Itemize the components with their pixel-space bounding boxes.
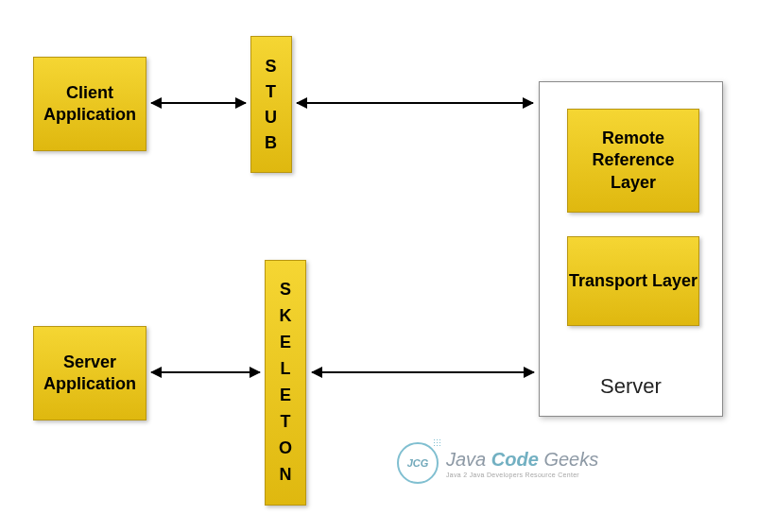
logo-badge-icon: JCG (397, 442, 439, 484)
logo-text: Java Code Geeks (446, 449, 598, 471)
arrow-skeleton-server (312, 371, 534, 373)
stub-label: STUB (265, 54, 278, 156)
stub-box: STUB (250, 36, 292, 173)
skeleton-box: SKELETON (265, 260, 306, 506)
remote-reference-layer-box: Remote Reference Layer (567, 109, 699, 213)
skeleton-label: SKELETON (279, 277, 292, 488)
logo-text-wrap: Java Code Geeks Java 2 Java Developers R… (446, 449, 598, 478)
server-application-label: Server Application (34, 352, 146, 396)
transport-layer-box: Transport Layer (567, 236, 699, 326)
watermark-logo: JCG Java Code Geeks Java 2 Java Develope… (397, 442, 598, 484)
transport-layer-label: Transport Layer (569, 270, 698, 292)
client-application-box: Client Application (33, 57, 146, 151)
arrow-stub-server (297, 102, 533, 104)
logo-word-code: Code (491, 449, 539, 470)
arrow-client-stub (151, 102, 246, 104)
logo-word-java: Java (446, 449, 486, 470)
arrow-serverapp-skeleton (151, 371, 260, 373)
logo-word-geeks: Geeks (543, 449, 598, 470)
client-application-label: Client Application (34, 82, 146, 127)
logo-subtitle: Java 2 Java Developers Resource Center (446, 472, 598, 478)
server-label: Server (539, 374, 723, 399)
server-application-box: Server Application (33, 326, 146, 420)
remote-reference-layer-label: Remote Reference Layer (568, 128, 698, 194)
